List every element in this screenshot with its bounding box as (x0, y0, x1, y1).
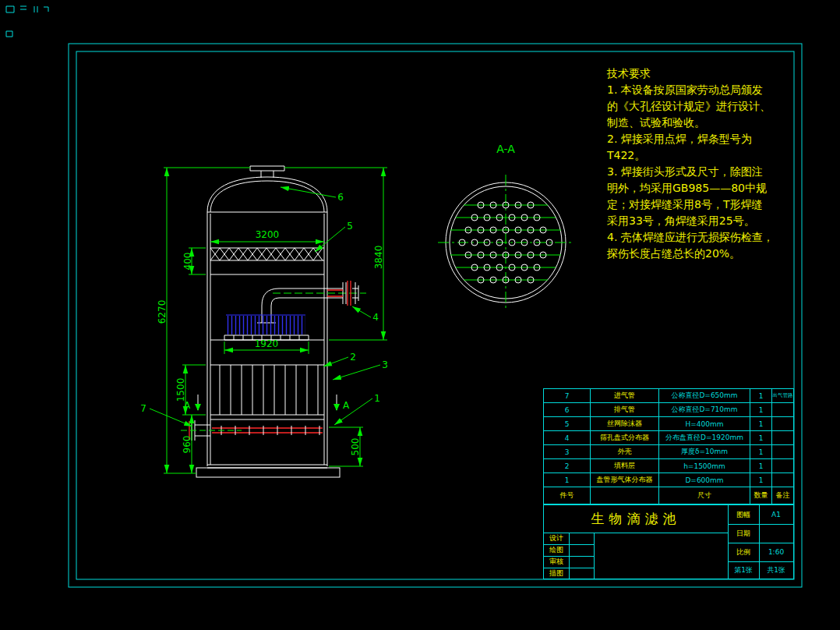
packing-layer (210, 365, 324, 419)
draw-label: 绘图 (544, 544, 569, 556)
cell-item-no: 2 (544, 459, 591, 472)
cell-size: 分布盘直径D=1920mm (659, 431, 750, 444)
section-view-aa: A-A (438, 143, 574, 310)
dim-6270: 6270 (157, 300, 168, 324)
dim-3200: 3200 (256, 229, 280, 240)
cell-remark (772, 431, 793, 444)
header-size: 尺寸 (659, 487, 750, 504)
viewport-artifacts (6, 6, 48, 37)
table-row: 6 排气管 公称直径D=710mm 1 (544, 403, 793, 417)
check-label: 审核 (544, 556, 569, 568)
gas-distributor (181, 420, 323, 441)
trace-label: 描图 (544, 568, 569, 579)
header-remark: 备注 (772, 487, 793, 504)
cell-name: 外壳 (591, 445, 659, 458)
exhaust-nozzle (250, 166, 284, 178)
cell-name: 盘管形气体分布器 (591, 473, 659, 487)
cell-qty: 1 (750, 431, 772, 444)
sheet-format-value: A1 (759, 505, 793, 524)
cell-item-no: 3 (544, 445, 591, 458)
scale-value: 1:60 (759, 543, 793, 561)
cell-qty: 1 (750, 445, 772, 458)
liquid-layer (226, 315, 305, 334)
cell-item-no: 6 (544, 403, 591, 416)
table-row: 2 填料层 h=1500mm 1 (544, 459, 793, 473)
tech-requirements-body: 1. 本设备按原国家劳动总局颁发 的《大孔径设计规定》进行设计、 制造、试验和验… (607, 82, 802, 262)
cell-item-no: 5 (544, 417, 591, 430)
part-label-5: 5 (347, 221, 353, 232)
cell-remark (772, 473, 793, 487)
cell-remark (772, 459, 793, 472)
cell-size: H=400mm (659, 417, 750, 430)
header-qty: 数量 (750, 487, 772, 504)
cell-item-no: 1 (544, 473, 591, 487)
date-label: 日期 (728, 524, 759, 543)
table-row: 3 外壳 厚度δ=10mm 1 (544, 445, 793, 459)
part-label-3: 3 (382, 359, 388, 370)
title-block: 生物滴滤池 设计 绘图 审核 描图 图幅 A1 日期 比例 1:60 第1张 共… (543, 504, 794, 579)
cell-name: 进气管 (591, 389, 659, 402)
dim-3840: 3840 (373, 246, 384, 270)
dim-500: 500 (350, 438, 361, 456)
cell-item-no: 4 (544, 431, 591, 444)
dim-400: 400 (182, 253, 193, 271)
main-elevation-view: A A (181, 166, 366, 477)
table-row: 5 丝网除沫器 H=400mm 1 (544, 417, 793, 431)
page-number: 第1张 (728, 561, 759, 579)
table-row: 1 盘管形气体分布器 D=600mm 1 (544, 473, 793, 487)
cell-name: 填料层 (591, 459, 659, 472)
part-label-1: 1 (374, 393, 380, 404)
dim-1920: 1920 (255, 338, 279, 349)
cell-qty: 1 (750, 417, 772, 430)
scale-label: 比例 (728, 543, 759, 561)
cell-name: 排气管 (591, 403, 659, 416)
design-label: 设计 (544, 533, 569, 544)
foundation (196, 465, 340, 477)
dim-1500: 1500 (175, 378, 186, 402)
part-label-4: 4 (372, 312, 379, 323)
cell-item-no: 7 (544, 389, 591, 402)
section-view-title: A-A (496, 143, 515, 155)
tech-requirements-title: 技术要求 (607, 65, 802, 82)
part-label-7: 7 (140, 403, 146, 414)
cell-remark: 出气管路 (772, 389, 793, 402)
table-row: 7 进气管 公称直径D=650mm 1 出气管路 (544, 389, 793, 403)
cell-size: 公称直径D=710mm (659, 403, 750, 416)
drawing-title: 生物滴滤池 (544, 505, 728, 533)
cell-size: h=1500mm (659, 459, 750, 472)
section-mark-right: A (343, 400, 350, 411)
cell-remark (772, 403, 793, 416)
table-header-row: 件号 尺寸 数量 备注 (544, 487, 793, 504)
cell-size: 公称直径D=650mm (659, 389, 750, 402)
sheet-format-label: 图幅 (728, 505, 759, 524)
cell-size: D=600mm (659, 473, 750, 487)
cell-qty: 1 (750, 473, 772, 487)
dim-960: 960 (182, 436, 192, 454)
cell-qty: 1 (750, 403, 772, 416)
cell-size: 厚度δ=10mm (659, 445, 750, 458)
technical-requirements: 技术要求 1. 本设备按原国家劳动总局颁发 的《大孔径设计规定》进行设计、 制造… (607, 65, 802, 262)
page-total: 共1张 (759, 561, 793, 579)
parts-table: 7 进气管 公称直径D=650mm 1 出气管路 6 排气管 公称直径D=710… (543, 388, 794, 504)
section-cut-marks: A A (184, 395, 350, 411)
table-row: 4 筛孔盘式分布器 分布盘直径D=1920mm 1 (544, 431, 793, 445)
cell-qty: 1 (750, 389, 772, 402)
part-label-6: 6 (337, 192, 344, 203)
header-name (591, 487, 659, 504)
cell-remark (772, 445, 793, 458)
cell-remark (772, 417, 793, 430)
cell-name: 筛孔盘式分布器 (591, 431, 659, 444)
cell-qty: 1 (750, 459, 772, 472)
part-label-2: 2 (350, 352, 356, 363)
demister (210, 248, 324, 260)
cell-name: 丝网除沫器 (591, 417, 659, 430)
header-item-no: 件号 (544, 487, 591, 504)
cad-canvas[interactable]: A A 3200 400 6270 3840 1920 (0, 0, 840, 630)
